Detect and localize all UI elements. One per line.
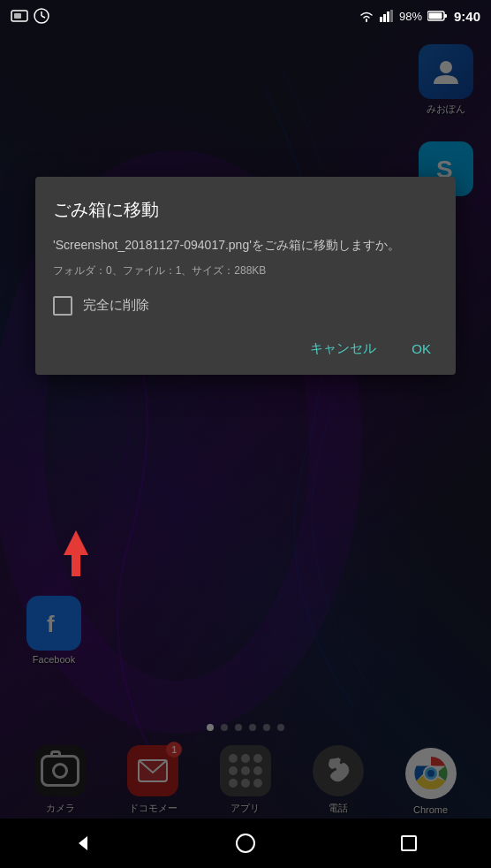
status-bar: 98% 9:40 xyxy=(0,0,491,32)
arrow-stem-shape xyxy=(72,555,80,576)
svg-point-22 xyxy=(237,834,254,852)
home-icon xyxy=(235,833,256,854)
svg-rect-7 xyxy=(383,14,386,22)
time-display: 9:40 xyxy=(454,9,480,24)
wifi-icon xyxy=(359,10,374,22)
checkbox-row[interactable]: 完全に削除 xyxy=(53,296,438,316)
svg-rect-2 xyxy=(14,13,21,19)
svg-rect-8 xyxy=(387,11,389,22)
dialog-title: ごみ箱に移動 xyxy=(53,198,438,222)
svg-rect-12 xyxy=(428,13,442,19)
dialog: ごみ箱に移動 'Screenshot_20181127-094017.png'を… xyxy=(35,177,456,375)
cancel-button[interactable]: キャンセル xyxy=(303,337,383,361)
ok-button[interactable]: OK xyxy=(404,337,438,361)
status-right: 98% 9:40 xyxy=(359,9,480,24)
arrow-up-shape xyxy=(64,530,88,555)
dialog-detail: フォルダ：0、ファイル：1、サイズ：288KB xyxy=(53,263,438,278)
notification-icon-1 xyxy=(11,9,28,23)
recent-icon xyxy=(398,833,419,854)
arrow-indicator xyxy=(64,530,88,576)
notification-icon-2 xyxy=(34,8,49,24)
recent-button[interactable] xyxy=(391,826,427,861)
svg-rect-23 xyxy=(402,836,416,850)
back-button[interactable] xyxy=(64,826,100,861)
status-left-icons xyxy=(11,8,49,24)
signal-icon xyxy=(380,10,394,22)
home-button[interactable] xyxy=(228,826,263,861)
svg-rect-11 xyxy=(444,14,447,18)
dialog-message: 'Screenshot_20181127-094017.png'をごみ箱に移動し… xyxy=(53,236,438,255)
svg-rect-9 xyxy=(390,10,393,22)
delete-checkbox[interactable] xyxy=(53,296,72,316)
dialog-buttons: キャンセル OK xyxy=(53,337,438,361)
svg-marker-21 xyxy=(79,836,87,850)
checkbox-label: 完全に削除 xyxy=(83,297,149,314)
nav-bar xyxy=(0,819,491,868)
svg-line-5 xyxy=(42,16,45,18)
svg-rect-6 xyxy=(380,17,382,22)
overlay xyxy=(0,0,491,868)
battery-percent: 98% xyxy=(399,10,422,23)
back-icon xyxy=(72,833,93,854)
battery-icon xyxy=(427,11,447,21)
